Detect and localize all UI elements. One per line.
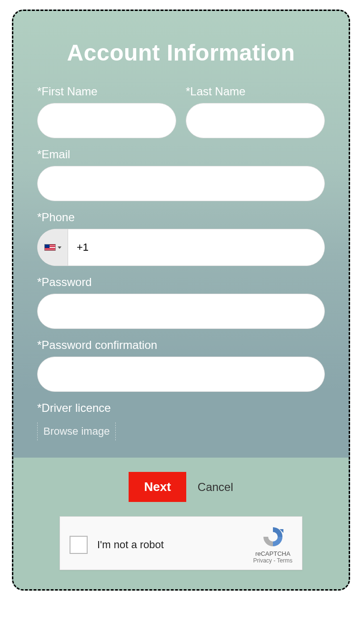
page-title: Account Information <box>37 40 325 66</box>
form-area: Account Information *First Name *Last Na… <box>13 11 349 458</box>
recaptcha-logo-icon <box>261 525 284 548</box>
recaptcha-widget: I'm not a robot reCAPTCHA Privacy - Term… <box>60 516 302 570</box>
recaptcha-terms-link[interactable]: Terms <box>277 557 292 564</box>
recaptcha-privacy-link[interactable]: Privacy <box>253 557 272 564</box>
password-input[interactable] <box>37 294 325 329</box>
last-name-input[interactable] <box>186 103 325 138</box>
us-flag-icon <box>44 244 56 251</box>
phone-input-group <box>37 229 325 266</box>
chevron-down-icon <box>58 246 61 249</box>
form-footer: Next Cancel I'm not a robot reCAPTCHA <box>13 458 349 589</box>
cancel-button[interactable]: Cancel <box>198 480 233 494</box>
email-label: *Email <box>37 148 325 161</box>
phone-input[interactable] <box>68 229 324 266</box>
next-button[interactable]: Next <box>129 472 186 502</box>
last-name-label: *Last Name <box>186 85 325 98</box>
password-label: *Password <box>37 276 325 289</box>
browse-image-button[interactable]: Browse image <box>37 422 116 440</box>
password-confirm-label: *Password confirmation <box>37 338 325 352</box>
driver-licence-label: *Driver licence <box>37 401 325 415</box>
account-form-card: Account Information *First Name *Last Na… <box>12 10 350 591</box>
first-name-label: *First Name <box>37 85 176 98</box>
recaptcha-brand: reCAPTCHA <box>253 550 292 557</box>
recaptcha-checkbox[interactable] <box>70 536 88 554</box>
first-name-input[interactable] <box>37 103 176 138</box>
email-input[interactable] <box>37 166 325 201</box>
recaptcha-legal: Privacy - Terms <box>253 557 292 564</box>
country-code-select[interactable] <box>38 229 68 266</box>
phone-label: *Phone <box>37 211 325 224</box>
password-confirm-input[interactable] <box>37 357 325 392</box>
recaptcha-label: I'm not a robot <box>97 539 164 551</box>
browse-image-label: Browse image <box>43 425 110 437</box>
